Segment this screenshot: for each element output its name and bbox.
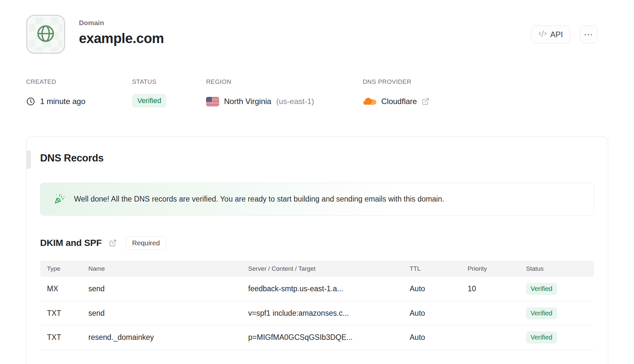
row-status-badge: Verified	[526, 307, 557, 319]
clock-icon	[26, 97, 35, 106]
page-header: Domain example.com API ···	[26, 15, 608, 54]
col-content: Server / Content / Target	[248, 261, 410, 277]
cell-priority	[468, 325, 526, 349]
title-block: Domain example.com	[79, 15, 164, 46]
dns-records-table: Type Name Server / Content / Target TTL …	[40, 261, 594, 350]
region-code: (us-east-1)	[276, 97, 314, 106]
cell-type: MX	[40, 277, 88, 301]
dns-records-card: DNS Records Well done! All the DNS recor…	[26, 136, 608, 364]
row-status-badge: Verified	[526, 283, 557, 295]
dns-provider-label: DNS PROVIDER	[363, 78, 430, 85]
meta-region: REGION	[206, 78, 363, 109]
col-ttl: TTL	[410, 261, 468, 277]
page-title: example.com	[79, 31, 164, 46]
row-status-badge: Verified	[526, 331, 557, 343]
status-label: STATUS	[132, 78, 206, 85]
created-label: CREATED	[26, 78, 132, 85]
card-notch	[26, 150, 31, 169]
cell-type: TXT	[40, 301, 88, 325]
globe-icon	[36, 23, 56, 45]
cell-ttl: Auto	[410, 301, 468, 325]
us-flag-icon	[206, 97, 219, 106]
api-button-label: API	[550, 30, 563, 39]
more-options-button[interactable]: ···	[580, 25, 597, 43]
meta-status: STATUS Verified	[132, 78, 206, 109]
table-row[interactable]: TXT send v=spf1 include:amazonses.c... A…	[40, 301, 594, 325]
cell-ttl: Auto	[410, 325, 468, 349]
cell-priority	[468, 301, 526, 325]
cell-name: send	[88, 301, 248, 325]
col-type: Type	[40, 261, 88, 277]
cell-name: send	[88, 277, 248, 301]
region-value: North Virginia	[224, 97, 271, 106]
banner-message: Well done! All the DNS records are verif…	[74, 195, 444, 204]
cell-name: resend._domainkey	[88, 325, 248, 349]
domain-page: Domain example.com API ··· CREATED	[0, 15, 634, 364]
region-label: REGION	[206, 78, 363, 85]
external-link-icon[interactable]	[422, 98, 430, 105]
success-banner: Well done! All the DNS records are verif…	[40, 183, 594, 216]
dkim-spf-section-header: DKIM and SPF Required	[40, 236, 594, 250]
api-button[interactable]: API	[531, 25, 570, 43]
ellipsis-icon: ···	[584, 29, 593, 39]
page-eyebrow: Domain	[79, 19, 164, 27]
table-header: Type Name Server / Content / Target TTL …	[40, 261, 594, 277]
cell-type: TXT	[40, 325, 88, 349]
cell-priority: 10	[468, 277, 526, 301]
meta-created: CREATED 1 minute ago	[26, 78, 132, 109]
col-status: Status	[526, 261, 594, 277]
dns-provider-value: Cloudflare	[381, 97, 417, 106]
table-row[interactable]: TXT resend._domainkey p=MIGfMA0GCSqGSIb3…	[40, 325, 594, 349]
domain-avatar	[26, 15, 65, 54]
cell-content: v=spf1 include:amazonses.c...	[248, 301, 410, 325]
code-icon	[538, 29, 547, 40]
party-popper-icon	[54, 193, 65, 205]
dns-records-title: DNS Records	[40, 152, 594, 164]
cell-content: feedback-smtp.us-east-1.a...	[248, 277, 410, 301]
meta-dns-provider: DNS PROVIDER Cloudflare	[363, 78, 430, 109]
dkim-external-link-icon[interactable]	[109, 239, 117, 247]
created-value: 1 minute ago	[40, 97, 85, 106]
cell-content: p=MIGfMA0GCSqGSIb3DQE...	[248, 325, 410, 349]
header-actions: API ···	[531, 25, 597, 43]
col-priority: Priority	[468, 261, 526, 277]
cell-ttl: Auto	[410, 277, 468, 301]
domain-meta: CREATED 1 minute ago STATUS Verified REG…	[26, 78, 608, 109]
table-row[interactable]: MX send feedback-smtp.us-east-1.a... Aut…	[40, 277, 594, 301]
cloudflare-icon	[363, 97, 376, 106]
col-name: Name	[88, 261, 248, 277]
status-badge: Verified	[132, 94, 166, 108]
dkim-spf-title: DKIM and SPF	[40, 238, 102, 248]
required-badge: Required	[126, 236, 166, 250]
